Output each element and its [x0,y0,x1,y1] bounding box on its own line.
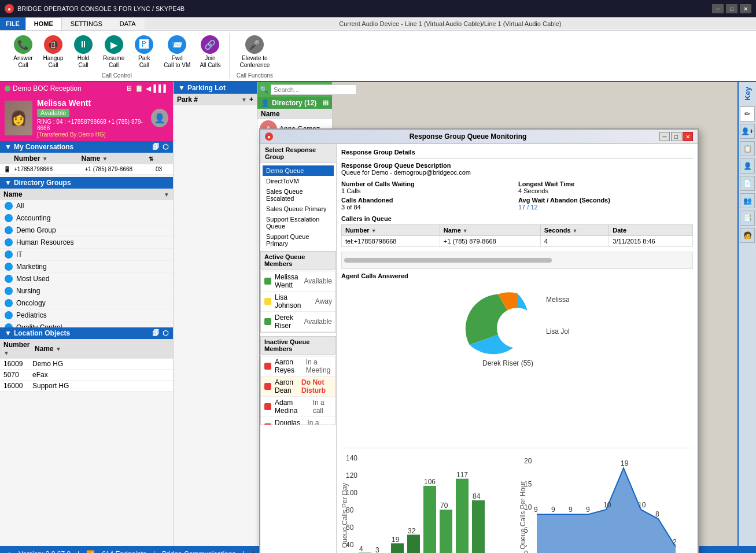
longest-wait-value: 4 Seconds [518,187,693,194]
person-icon-2[interactable]: 🧑 [740,228,755,243]
loc-name-filter[interactable]: ▼ [56,346,61,352]
caller-name: Melissa Wentt [37,98,146,108]
hangup-call-button[interactable]: 📵 HangupCall [39,33,67,71]
bar-4 [407,534,420,553]
qm-name-derek: Derek Riser [275,314,301,330]
key-panel: Key ✏ 👤+ 📋 👤 📄 👥 📑 🧑 [737,82,756,546]
park-call-button[interactable]: 🅿 ParkCall [130,33,158,71]
dir-item-all[interactable]: 🌐 All [0,200,173,212]
document-icon-3[interactable]: 📑 [740,211,755,226]
dir-item-accounting[interactable]: 🌐 Accounting [0,212,173,224]
loc-row-3[interactable]: 16000 Support HG [0,381,173,392]
qm-aaron-d[interactable]: Aaron Dean Do Not Disturb [261,377,335,397]
park-filter[interactable]: ▼ [241,97,247,103]
ciq-row-1[interactable]: tel:+17858798668 +1 (785) 879-8668 4 3/1… [342,236,693,247]
rg-item-directtovm[interactable]: DirectToVM [263,176,334,186]
dir-groups-filter[interactable]: ▼ [164,191,169,198]
conversations-expand-icon[interactable]: ⬡ [163,143,168,151]
ciq-sec-filter[interactable]: ▼ [573,228,578,234]
person-add-icon-2[interactable]: 👤 [740,158,755,174]
dir-globe-all: 🌐 [5,202,13,210]
document-icon-2[interactable]: 📄 [740,176,755,191]
conversation-row[interactable]: 📱 +17858798668 +1 (785) 879-8668 03 [0,164,173,175]
dot-douglas [264,423,271,425]
document-icon-1[interactable]: 📋 [740,141,755,156]
close-button[interactable]: ✕ [740,4,751,13]
donut-label-derek: Derek Riser (55) [482,359,533,367]
modal-restore-btn[interactable]: □ [671,132,681,141]
number-filter[interactable]: ▼ [42,156,48,162]
loc-row-1[interactable]: 16009 Demo HG [0,359,173,370]
dir-item-nursing[interactable]: 🌐 Nursing [0,285,173,297]
key-label[interactable]: Key [743,82,752,105]
caller-ring: RING : 04 : +17858798668 +1 (785) 879-86… [37,119,146,131]
dir-groups-collapse-icon[interactable]: ▼ [5,179,12,187]
donut-inner [497,308,537,348]
fwd-call-button[interactable]: 📨 FwdCall to VM [160,33,194,71]
loc-collapse-icon[interactable]: ▼ [5,329,12,337]
ciq-num-filter[interactable]: ▼ [371,228,377,234]
dot-melissa [264,278,271,285]
parking-collapse[interactable]: ▼ [178,84,185,92]
dir-item-demo-group[interactable]: 🌐 Demo Group [0,224,173,237]
tab-home[interactable]: HOME [25,17,62,30]
person-add-icon-1[interactable]: 👤+ [740,124,755,139]
loc-row-2[interactable]: 5070 eFax [0,370,173,381]
dir-globe-most-used: 🌐 [5,275,13,283]
qm-status-melissa: Available [304,277,332,285]
dir-search-input[interactable] [271,84,356,95]
loc-icons: 🗐 ⬡ [152,329,168,337]
ciq-name-filter[interactable]: ▼ [463,228,468,234]
conversations-copy-icon[interactable]: 🗐 [152,143,159,151]
caller-info: 👩 Melissa Wentt Available RING : 04 : +1… [0,95,173,141]
rg-item-sales-escalated[interactable]: Sales Queue Escalated [263,186,334,204]
conv-row-type: 📱 [3,166,12,172]
rg-item-support-primary[interactable]: Support Queue Primary [263,231,334,249]
anon-avatar: 👤 [151,109,168,127]
abandoned-value: 3 of 84 [341,204,516,211]
loc-num-filter[interactable]: ▼ [3,350,9,356]
tab-data[interactable]: DATA [111,17,145,30]
name-filter[interactable]: ▼ [102,156,108,162]
resume-call-button[interactable]: ▶ ResumeCall [99,33,128,71]
tab-file[interactable]: FILE [0,17,25,30]
bar-val-1: 4 [359,545,363,553]
dir-item-most-used[interactable]: 🌐 Most Used [0,273,173,285]
park-add[interactable]: + [249,95,253,104]
ciq-scrollbar[interactable] [341,252,693,269]
person-icon[interactable]: 👥 [740,193,755,208]
tab-settings[interactable]: SETTINGS [62,17,111,30]
loc-expand-icon[interactable]: ⬡ [163,329,168,337]
call-header-icon3: ◀ [146,84,151,93]
dir-item-oncology[interactable]: 🌐 Oncology [0,297,173,309]
dir-groups-title: Directory Groups [14,179,71,187]
dir-item-qc[interactable]: 🌐 Quality Control [0,322,173,327]
rg-desc-block: Response Group Queue Description Queue f… [341,162,693,176]
resume-icon: ▶ [105,35,123,54]
rg-stat-abandoned: Calls Abandoned 3 of 84 [341,197,516,211]
modal-minimize-btn[interactable]: ─ [659,132,670,141]
maximize-button[interactable]: □ [726,4,737,13]
hold-call-button[interactable]: ⏸ HoldCall [69,33,97,71]
rg-item-demo-queue[interactable]: Demo Queue [263,165,334,176]
pencil-icon[interactable]: ✏ [740,106,755,121]
rg-item-support-esc[interactable]: Support Escalation Queue [263,214,334,231]
dir-item-it[interactable]: 🌐 IT [0,249,173,261]
loc-col-name-header: Name ▼ [35,345,169,353]
answer-call-button[interactable]: 📞 AnswerCall [9,33,37,71]
rg-item-sales-primary[interactable]: Sales Queue Primary [263,204,334,214]
elevate-button[interactable]: 🎤 Elevate toConference [237,33,274,71]
dir-item-marketing[interactable]: 🌐 Marketing [0,261,173,273]
loc-copy-icon[interactable]: 🗐 [152,329,159,337]
park-icon: 🅿 [135,35,153,54]
conv-col-sort[interactable]: ⇅ [149,156,153,162]
modal-close-btn[interactable]: ✕ [683,132,693,141]
conversations-collapse-icon[interactable]: ▼ [5,143,12,151]
dir-view-toggle[interactable]: ⊞ [323,99,329,107]
join-all-calls-button[interactable]: 🔗 JoinAll Calls [196,33,224,71]
minimize-button[interactable]: ─ [712,4,724,13]
answer-label: AnswerCall [13,55,32,69]
dir-item-hr[interactable]: 🌐 Human Resources [0,237,173,249]
status-sep3: | [242,550,244,553]
dir-item-pediatrics[interactable]: 🌐 Pediatrics [0,309,173,322]
